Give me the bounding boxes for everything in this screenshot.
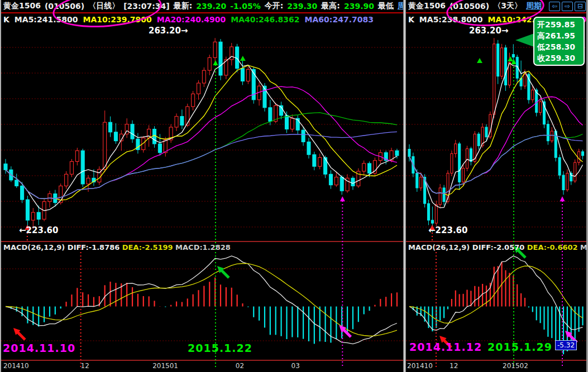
titlebar-daily: 黄金1506 (010506) 〈日线〉 [23:07:34] 最新: 239.… [1,0,403,13]
peak-price-label: 263.20→ [149,26,188,36]
callout-open: 开259.85 [537,19,581,30]
macd-cursor-value: -5.32 [555,340,577,350]
open-label: 今开: [265,1,284,11]
prev-page-icon[interactable]: ⇦ [549,2,560,11]
candlestick-macd-chart-daily[interactable]: 201410122015010203 [1,0,403,372]
period-menu-button[interactable]: 周期 [398,1,403,11]
ma5-value: MA5:238.8000 [419,15,483,24]
low-label: 最低 [378,1,394,11]
macd-value: MACD:-2.7936 [580,243,588,252]
svg-text:12: 12 [81,362,89,370]
high-price: 239.90 [344,2,374,11]
chart-panel-daily: 黄金1506 (010506) 〈日线〉 [23:07:34] 最新: 239.… [0,0,403,372]
dea-value: DEA:-2.5199 [122,243,173,252]
svg-text:12: 12 [450,362,458,370]
symbol-name: 黄金1506 [408,1,446,11]
macd-params: MACD(26,12,9) [408,243,470,252]
macd-value: MACD:1.2828 [175,243,231,252]
peak-date-annotation: 2015.1.29 [487,341,552,353]
ma10-value: MA10:239.7900 [83,15,151,24]
ma-values-daily: K MA5:241.5800 MA10:239.7900 MA20:240.49… [3,15,403,24]
peak-price-label: 263.20→ [469,26,508,36]
ma40-value: MA40:246.8362 [231,15,299,24]
split-window-icon[interactable]: ⊟ [575,2,586,11]
svg-text:201502: 201502 [503,362,528,370]
period-menu-button[interactable]: 周期 [526,1,542,11]
low-date-annotation: 2014.11.10 [3,342,75,354]
high-label: 最高: [321,1,340,11]
macd-values-3day: MACD(26,12,9) DIFF:-2.0570 DEA:-0.6602 M… [408,243,588,252]
ohlc-callout: 开259.85 高261.95 低258.30 收259.30 [533,17,585,66]
symbol-code: (010506) [45,2,84,11]
k-label: K [408,15,414,24]
panel-divider[interactable] [403,0,406,372]
svg-text:201410: 201410 [407,362,433,370]
period-label: 〈日线〉 [88,1,119,11]
change-percent: -1.05% [230,2,260,11]
callout-high: 高261.95 [537,30,581,41]
svg-text:201410: 201410 [3,362,29,370]
symbol-name: 黄金1506 [3,1,41,11]
svg-text:03: 03 [291,362,300,370]
diff-value: DIFF:-1.8786 [68,243,119,252]
open-price: 239.30 [287,2,317,11]
macd-params: MACD(26,12,9) [3,243,65,252]
ohlc-callout-tail [515,33,536,47]
titlebar-icon-group: ⇦⇨⊟▣ [549,2,588,11]
ma5-value: MA5:241.5800 [15,15,78,24]
diff-value: DIFF:-2.0570 [472,243,524,252]
svg-text:201501: 201501 [152,362,178,370]
titlebar-3day: 黄金1506 (010506) 〈3天〉 周期 ⇦⇨⊟▣ [406,0,588,13]
ma60-value: MA60:247.7083 [305,15,374,24]
peak-date-annotation: 2015.1.22 [188,342,252,354]
low-price-label: ←223.60 [428,225,467,235]
period-label: 〈3天〉 [493,1,522,11]
symbol-code: (010506) [450,2,489,11]
callout-close: 收259.30 [537,52,581,64]
last-label: 最新: [174,1,193,11]
chart-panel-3day: 黄金1506 (010506) 〈3天〉 周期 ⇦⇨⊟▣ K MA5:238.8… [406,0,588,372]
ma20-value: MA20:240.4900 [157,15,226,24]
low-price-label: ←223.60 [19,225,58,235]
callout-low: 低258.30 [537,41,581,52]
low-date-annotation: 2014.11.12 [409,341,482,353]
last-price: 239.20 [196,2,226,11]
macd-values-daily: MACD(26,12,9) DIFF:-1.8786 DEA:-2.5199 M… [3,243,403,252]
k-label: K [3,15,9,24]
dea-value: DEA:-0.6602 [527,243,578,252]
svg-text:02: 02 [236,362,244,370]
quote-time: [23:07:34] [123,2,169,11]
next-page-icon[interactable]: ⇨ [562,2,573,11]
charting-app-window: 黄金1506 (010506) 〈日线〉 [23:07:34] 最新: 239.… [0,0,588,372]
